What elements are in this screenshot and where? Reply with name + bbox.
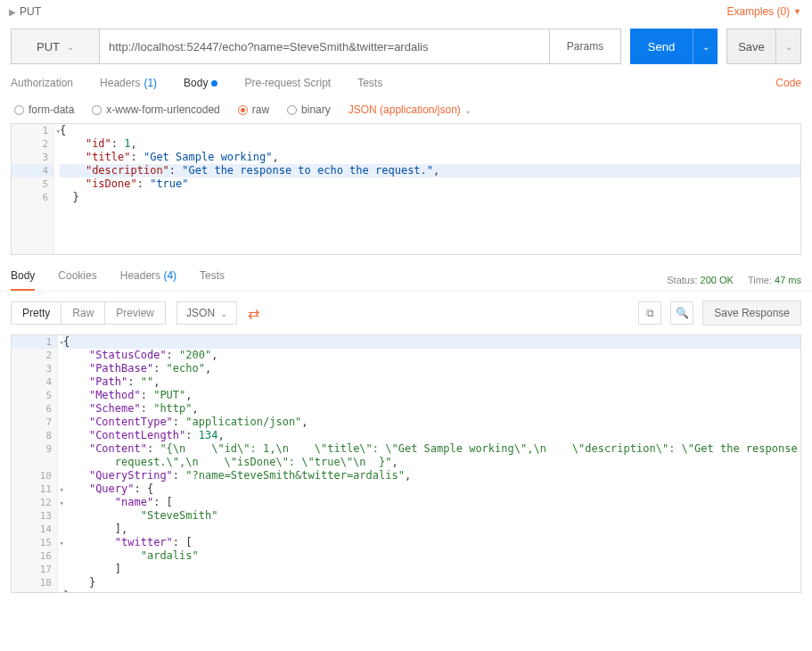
gutter: 1▾ 2 3 4 5 6 7 8 9 10 11▾ 12▾ 13 14 15▾ … [12, 335, 58, 592]
gutter: 1▾ 2 3 4 5 6 [12, 124, 54, 254]
format-select[interactable]: JSON ⌄ [176, 301, 237, 325]
code-link[interactable]: Code [775, 77, 801, 95]
view-tab-raw[interactable]: Raw [62, 302, 105, 324]
request-title[interactable]: ▶ PUT [9, 5, 41, 18]
save-response-label: Save Response [714, 307, 790, 319]
tab-label: Authorization [11, 77, 73, 89]
request-title-text: PUT [20, 5, 41, 18]
content-type-select[interactable]: JSON (application/json) ⌄ [349, 103, 472, 116]
tab-headers[interactable]: Headers (1) [100, 77, 157, 95]
radio-label: x-www-form-urlencoded [106, 103, 219, 116]
save-response-button[interactable]: Save Response [702, 301, 801, 326]
copy-button[interactable]: ⧉ [638, 301, 661, 325]
request-body-editor[interactable]: 1▾ 2 3 4 5 6 { "id": 1, "title": "Get Sa… [11, 123, 801, 255]
resp-tab-cookies[interactable]: Cookies [58, 269, 96, 291]
examples-label: Examples (0) [726, 5, 790, 18]
send-label: Send [648, 40, 675, 54]
search-button[interactable]: 🔍 [670, 301, 693, 325]
content-type-value: JSON (application/json) [349, 103, 461, 116]
send-button[interactable]: Send [630, 29, 693, 64]
method-value: PUT [37, 40, 60, 54]
wrap-icon: ⇄ [248, 306, 259, 321]
tab-label: Tests [200, 269, 225, 282]
save-label: Save [738, 40, 765, 54]
code-area[interactable]: { "id": 1, "title": "Get Sample working"… [54, 124, 800, 204]
radio-icon [14, 105, 24, 115]
modified-dot-icon [211, 80, 217, 87]
tab-label: Cookies [58, 269, 96, 282]
time-value: 47 ms [775, 275, 801, 285]
resp-tab-body[interactable]: Body [11, 269, 35, 291]
radio-form-data[interactable]: form-data [14, 103, 74, 116]
status-value: 200 OK [701, 275, 734, 285]
code-area[interactable]: { "StatusCode": "200", "PathBase": "echo… [58, 335, 800, 593]
view-mode-tabs: Pretty Raw Preview [11, 301, 166, 325]
examples-dropdown[interactable]: Examples (0) ▼ [726, 5, 801, 18]
tab-body[interactable]: Body [184, 77, 217, 95]
copy-icon: ⧉ [646, 307, 654, 319]
view-tab-preview[interactable]: Preview [105, 302, 165, 324]
search-icon: 🔍 [676, 307, 689, 319]
send-dropdown[interactable]: ⌄ [693, 29, 718, 64]
tab-prerequest[interactable]: Pre-request Script [244, 77, 331, 95]
url-input[interactable]: http://localhost:52447/echo?name=SteveSm… [100, 29, 550, 64]
tab-label: Pretty [22, 307, 50, 319]
radio-icon [238, 105, 248, 115]
resp-tab-tests[interactable]: Tests [200, 269, 225, 291]
radio-xwww[interactable]: x-www-form-urlencoded [92, 103, 219, 116]
response-meta: Status: 200 OK Time: 47 ms [667, 275, 801, 285]
tab-label: Tests [357, 77, 382, 89]
save-button[interactable]: Save [726, 29, 776, 64]
resp-tab-headers[interactable]: Headers (4) [120, 269, 176, 291]
radio-label: raw [252, 103, 269, 116]
tab-label: Raw [72, 307, 94, 319]
status-label: Status: [667, 275, 697, 285]
radio-icon [287, 105, 297, 115]
chevron-down-icon: ⌄ [220, 309, 227, 318]
chevron-down-icon: ⌄ [67, 42, 74, 52]
method-select[interactable]: PUT ⌄ [11, 29, 100, 64]
time-label: Time: [748, 275, 772, 285]
wrap-lines-button[interactable]: ⇄ [248, 305, 259, 322]
code-label: Code [775, 77, 801, 89]
radio-binary[interactable]: binary [287, 103, 331, 116]
radio-label: form-data [29, 103, 74, 116]
tab-count: (1) [144, 77, 157, 89]
url-value: http://localhost:52447/echo?name=SteveSm… [109, 40, 428, 54]
tab-count: (4) [163, 269, 176, 282]
format-value: JSON [186, 307, 215, 319]
chevron-down-icon: ⌄ [785, 42, 792, 52]
params-button[interactable]: Params [550, 29, 621, 64]
radio-icon [92, 105, 102, 115]
tab-label: Preview [116, 307, 154, 319]
tab-label: Body [11, 269, 35, 282]
response-body-editor[interactable]: 1▾ 2 3 4 5 6 7 8 9 10 11▾ 12▾ 13 14 15▾ … [11, 334, 801, 593]
tab-tests[interactable]: Tests [357, 77, 382, 95]
params-label: Params [567, 40, 603, 53]
chevron-down-icon: ⌄ [702, 42, 709, 52]
radio-label: binary [301, 103, 331, 116]
tab-label: Pre-request Script [244, 77, 331, 89]
expand-icon: ▶ [9, 7, 16, 17]
tab-label: Body [184, 77, 208, 89]
view-tab-pretty[interactable]: Pretty [12, 302, 62, 324]
tab-label: Headers [100, 77, 140, 89]
tab-label: Headers [120, 269, 160, 282]
chevron-down-icon: ⌄ [464, 105, 472, 115]
chevron-down-icon: ▼ [793, 7, 801, 16]
save-dropdown[interactable]: ⌄ [776, 29, 801, 64]
tab-authorization[interactable]: Authorization [11, 77, 73, 95]
radio-raw[interactable]: raw [238, 103, 269, 116]
